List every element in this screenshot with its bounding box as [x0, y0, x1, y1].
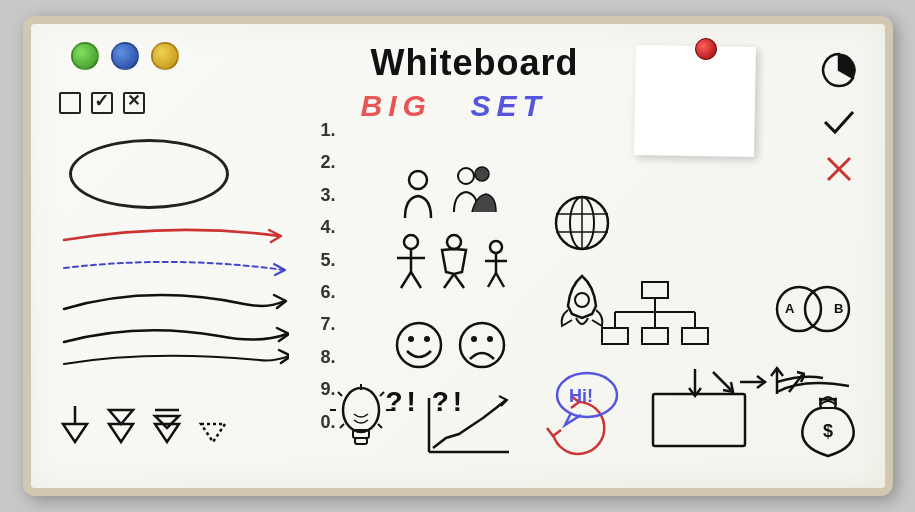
blue-light	[111, 42, 139, 70]
svg-line-35	[411, 272, 421, 288]
svg-marker-2	[109, 424, 133, 442]
svg-rect-53	[642, 282, 668, 298]
pie-chart-icon	[821, 52, 857, 88]
svg-point-23	[409, 171, 427, 189]
svg-text:Hi!: Hi!	[569, 386, 593, 406]
svg-line-16	[340, 424, 344, 428]
svg-line-34	[401, 272, 411, 288]
smiley-icon	[393, 319, 445, 371]
person-group-icon	[446, 164, 498, 219]
svg-line-17	[378, 424, 382, 428]
svg-rect-10	[355, 438, 367, 444]
oval-shape	[69, 139, 229, 209]
pin-icon	[695, 38, 717, 60]
org-chart-icon	[600, 280, 710, 360]
svg-line-67	[713, 372, 731, 390]
traffic-lights	[71, 42, 179, 70]
svg-point-50	[487, 336, 493, 342]
svg-line-14	[380, 392, 384, 396]
svg-point-24	[458, 168, 474, 184]
female-figure-icon	[436, 232, 472, 292]
page-title: Whiteboard	[371, 42, 579, 84]
strike-lines-icon	[773, 372, 853, 396]
x-mark-icon	[824, 154, 854, 184]
blue-dashed-arrow	[59, 250, 289, 280]
list-item: 1.	[321, 114, 336, 146]
globe-icon	[551, 192, 613, 254]
svg-point-25	[475, 167, 489, 181]
black-curved-arrow	[59, 279, 289, 319]
male-figure-icon	[393, 232, 429, 292]
list-item: 6.	[321, 276, 336, 308]
svg-rect-61	[682, 328, 708, 344]
svg-point-36	[447, 235, 461, 249]
green-light	[71, 42, 99, 70]
subtitle-set: SET	[471, 89, 547, 123]
checkbox-crossed	[123, 92, 145, 114]
down-arrow-4	[197, 402, 229, 446]
svg-point-48	[460, 323, 504, 367]
svg-text:$: $	[823, 421, 833, 441]
svg-point-62	[777, 287, 821, 331]
down-arrow-3	[151, 402, 183, 446]
list-item: 4.	[321, 211, 336, 243]
svg-line-43	[496, 273, 504, 287]
checkbox-checked	[91, 92, 113, 114]
list-item: 3.	[321, 179, 336, 211]
subtitle-big: BIG	[361, 89, 432, 123]
child-figure-icon	[481, 239, 511, 291]
svg-rect-59	[642, 328, 668, 344]
svg-marker-3	[109, 410, 133, 424]
venn-diagram-icon: A B	[773, 279, 853, 339]
person-single-icon	[397, 168, 439, 223]
down-arrow-1	[59, 402, 91, 446]
svg-point-45	[397, 323, 441, 367]
svg-text:B: B	[834, 301, 843, 316]
svg-point-46	[408, 336, 414, 342]
list-item: 2.	[321, 146, 336, 178]
sweep-line	[59, 342, 289, 372]
svg-line-37	[444, 274, 454, 288]
list-item: 8.	[321, 341, 336, 373]
svg-line-38	[454, 274, 464, 288]
svg-marker-6	[155, 416, 179, 428]
checkboxes-row	[59, 92, 145, 114]
svg-line-12	[338, 392, 342, 396]
svg-point-31	[404, 235, 418, 249]
down-arrows-row	[59, 402, 229, 446]
svg-text:A: A	[785, 301, 795, 316]
punctuation-text: ?! ?!	[386, 386, 467, 418]
list-item: 5.	[321, 244, 336, 276]
whiteboard: Whiteboard BIG SET 1. 2. 3. 4. 5. 6. 7. …	[23, 16, 893, 496]
checkmark-icon	[821, 106, 857, 136]
right-icons	[821, 52, 857, 184]
svg-point-49	[471, 336, 477, 342]
svg-point-39	[490, 241, 502, 253]
sticky-note	[634, 45, 756, 157]
svg-point-44	[575, 293, 589, 307]
svg-marker-7	[201, 424, 225, 442]
sad-face-icon	[456, 319, 508, 371]
down-arrow-2	[105, 402, 137, 446]
svg-rect-57	[602, 328, 628, 344]
hi-speech-bubble: Hi!	[551, 369, 623, 429]
svg-marker-0	[63, 424, 87, 442]
svg-line-42	[488, 273, 496, 287]
list-item: 7.	[321, 308, 336, 340]
yellow-light	[151, 42, 179, 70]
svg-point-47	[424, 336, 430, 342]
svg-point-8	[343, 388, 379, 432]
checkbox-empty	[59, 92, 81, 114]
red-arrow-line	[59, 220, 289, 250]
